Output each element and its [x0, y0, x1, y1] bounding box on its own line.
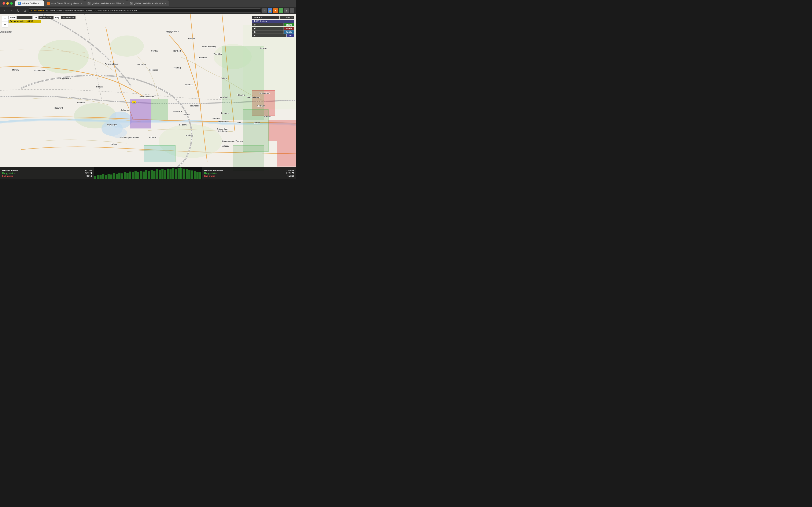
svg-rect-46	[186, 169, 188, 179]
extension-icon-3[interactable]: ▲	[279, 8, 283, 13]
tab-close-4[interactable]: ✕	[165, 2, 166, 5]
svg-rect-44	[181, 168, 183, 179]
back-button[interactable]: ‹	[2, 8, 7, 13]
density-row: Device density 4,096	[8, 20, 75, 23]
devices-worldwide-row: Devices worldwide 237,633	[204, 169, 294, 172]
title-bar: 🌍 Where On Earth ✕ Akka Cluster Sharding…	[0, 0, 296, 7]
create-button[interactable]: create	[284, 23, 294, 26]
svg-rect-42	[177, 168, 180, 179]
create-row: 'c' create	[252, 23, 294, 26]
svg-rect-39	[169, 169, 172, 179]
delete-button[interactable]: delete	[284, 27, 294, 30]
devices-count-row: 4,096 devices	[252, 20, 294, 23]
svg-rect-27	[137, 172, 139, 179]
svg-point-9	[110, 127, 127, 138]
tab-title-2: Akka Cluster Sharding Viewer	[51, 2, 79, 5]
tab-close-3[interactable]: ✕	[123, 2, 124, 5]
happy-button[interactable]: happy	[284, 31, 294, 34]
happy-row: 'h' happy	[252, 31, 294, 34]
menu-icon[interactable]: ⋮	[290, 8, 294, 13]
delete-key-label: 'd'	[252, 27, 284, 30]
tab-github-sim[interactable]: ⬡ github mckeeh3/woe-sim: Where On... ✕	[85, 0, 127, 6]
happy-status-left-row: Happy status 52,224	[2, 172, 92, 174]
svg-rect-17	[110, 174, 112, 179]
svg-rect-16	[108, 174, 110, 179]
heatmap-region-green-3	[222, 46, 264, 120]
svg-rect-33	[153, 171, 155, 179]
status-right-section: Devices worldwide 237,633 Happy status 2…	[202, 167, 296, 179]
lat-value: 51.47126174	[39, 16, 53, 19]
address-bar[interactable]: ⚠ Not Secure a91076d00ad1f4342befdaf380d…	[29, 8, 261, 13]
map-info-panel-top-left: Zoom 7 Lat 51.47126174 Lng -0.48548886 D…	[8, 16, 75, 23]
happy-status-right-row: Happy status 222,273	[204, 172, 294, 174]
svg-rect-29	[143, 172, 145, 179]
sad-button[interactable]: sad	[287, 34, 294, 37]
devices-worldwide-value: 237,633	[286, 169, 294, 172]
svg-rect-24	[129, 172, 131, 179]
svg-rect-47	[189, 170, 191, 179]
tab-bar: 🌍 Where On Earth ✕ Akka Cluster Sharding…	[15, 0, 294, 6]
mini-graph-svg	[94, 167, 202, 179]
heatmap-region-red-3	[277, 141, 296, 166]
not-secure-label: Not Secure	[34, 9, 44, 12]
reload-button[interactable]: ↻	[15, 8, 21, 13]
heatmap-region-red-2	[268, 120, 296, 141]
svg-rect-37	[164, 170, 166, 179]
extension-icon-2[interactable]: ●	[273, 8, 278, 13]
happy-status-right-value: 222,273	[286, 172, 294, 174]
svg-rect-36	[161, 169, 164, 179]
tab-akka[interactable]: Akka Cluster Sharding Viewer ✕	[44, 0, 85, 6]
devices-in-view-value: 61,340	[86, 169, 92, 172]
rate-label: Rate + R	[252, 16, 279, 19]
svg-rect-40	[172, 168, 174, 179]
minimize-button[interactable]	[6, 2, 9, 5]
svg-rect-32	[151, 170, 153, 179]
security-icon: ⚠	[31, 9, 33, 12]
tab-title-4: github mckeeh3/woe-twin: Where O...	[134, 2, 163, 5]
map-container[interactable]: Ruislip Harrow North Wembley Wembley Uxb…	[0, 14, 296, 179]
svg-rect-45	[183, 169, 185, 179]
svg-rect-13	[100, 175, 102, 179]
nav-bar: ‹ › ↻ ⌂ ⚠ Not Secure a91076d00ad1f4342be…	[0, 7, 296, 14]
tab-close-1[interactable]: ✕	[40, 2, 42, 5]
svg-rect-48	[191, 170, 193, 179]
mini-graph-section	[94, 167, 202, 179]
svg-rect-30	[145, 170, 147, 179]
home-button[interactable]: ⌂	[22, 8, 28, 13]
svg-rect-14	[102, 174, 104, 179]
forward-button[interactable]: ›	[8, 8, 14, 13]
svg-rect-11	[94, 176, 96, 179]
tab-title-3: github mckeeh3/woe-sim: Where On...	[92, 2, 121, 5]
sad-key-label: 's'	[252, 34, 286, 37]
heatmap-region-green-1	[151, 99, 168, 120]
nav-action-icons: ☆ 🔒 ● ▲ ⊞ ⋮	[262, 8, 294, 13]
tab-favicon-1: 🌍	[18, 2, 21, 5]
tab-github-twin[interactable]: ⬡ github mckeeh3/woe-twin: Where O... ✕	[127, 0, 169, 6]
heatmap-region-green-2	[144, 145, 175, 162]
close-button[interactable]	[3, 2, 5, 5]
svg-point-2	[110, 36, 144, 57]
zoom-value: 7	[17, 16, 32, 19]
svg-rect-26	[135, 171, 137, 179]
tab-close-2[interactable]: ✕	[81, 2, 82, 5]
sad-status-left-label: Sad status	[2, 175, 13, 177]
tab-where-on-earth[interactable]: 🌍 Where On Earth ✕	[15, 0, 44, 6]
create-key-label: 'c'	[252, 23, 284, 26]
zoom-in-button[interactable]: +	[2, 16, 8, 22]
new-tab-button[interactable]: +	[170, 2, 174, 6]
bookmark-star-icon[interactable]: ☆	[262, 8, 267, 13]
status-left-section: Devices in view 61,340 Happy status 52,2…	[0, 167, 94, 179]
map-info-panel-top-right: Rate + R 1,000/s 4,096 devices 'c' creat…	[252, 16, 294, 37]
extension-icon-1[interactable]: 🔒	[268, 8, 272, 13]
svg-rect-15	[105, 175, 107, 179]
svg-rect-20	[118, 173, 120, 179]
svg-rect-12	[97, 175, 99, 179]
zoom-out-button[interactable]: −	[2, 22, 8, 27]
maximize-button[interactable]	[10, 2, 13, 5]
svg-rect-18	[113, 173, 115, 179]
rate-value: 1,000/s	[280, 16, 294, 19]
devices-in-view-label: Devices in view	[2, 169, 18, 172]
extension-icon-4[interactable]: ⊞	[284, 8, 289, 13]
svg-rect-49	[194, 171, 196, 179]
lng-value: -0.48548886	[61, 16, 75, 19]
